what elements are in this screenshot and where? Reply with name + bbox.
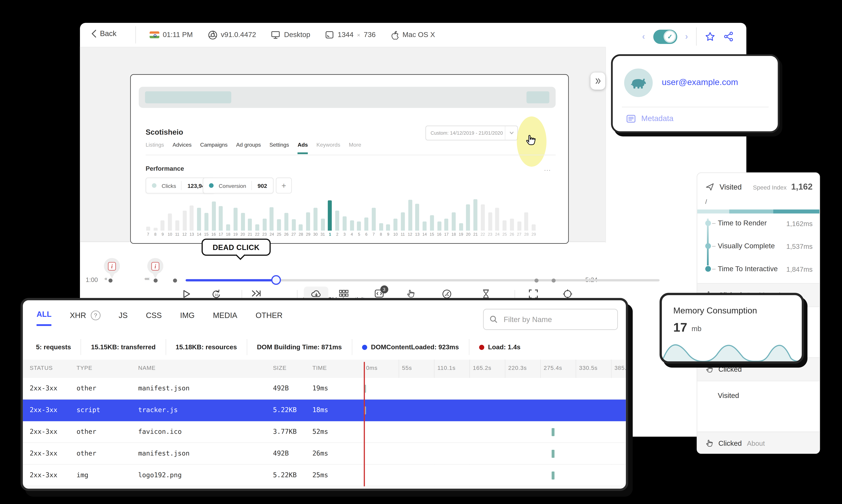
waterfall-tick: 0ms <box>366 365 378 371</box>
metadata-button[interactable]: Metadata <box>626 114 674 123</box>
chart-bar <box>430 215 434 231</box>
cell-type: script <box>76 406 100 414</box>
chart-bar <box>321 218 325 231</box>
fullscreen-icon <box>528 289 538 299</box>
autoplay-toggle[interactable]: ✓ <box>653 30 677 44</box>
help-icon[interactable]: ? <box>91 310 100 320</box>
collapse-panel-button[interactable] <box>590 73 605 90</box>
share-icon[interactable] <box>723 32 734 42</box>
progress-segment <box>773 210 820 213</box>
chart-bar <box>495 208 499 231</box>
date-range-value: Custom: 14/12/2019 - 21/01/2020 <box>426 130 503 136</box>
visited-metrics-card[interactable]: Visited Speed Index 1,162 / Time to Rend… <box>697 173 820 283</box>
chrome-icon <box>208 30 217 40</box>
column-header-status[interactable]: STATUS <box>30 365 53 371</box>
back10-icon: 10 <box>212 289 222 299</box>
load-event-line <box>364 362 364 486</box>
performance-bar-chart <box>144 199 537 231</box>
cell-type: other <box>76 449 96 457</box>
timeline-track[interactable] <box>276 279 660 281</box>
waterfall-tick: 110.1s <box>437 365 455 371</box>
chart-bar <box>488 212 492 231</box>
network-tab-other[interactable]: OTHER <box>256 311 283 325</box>
add-metric-button[interactable]: + <box>276 178 292 194</box>
table-row[interactable]: 2xx-3xxothermanifest.json492B26ms <box>23 443 626 465</box>
network-tab-media[interactable]: MEDIA <box>213 311 237 325</box>
chart-x-label: 15 <box>204 232 209 236</box>
back-button[interactable]: Back <box>91 29 117 38</box>
cell-time: 26ms <box>312 449 328 457</box>
replay-stage: Scotisheio Custom: 14/12/2019 - 21/01/20… <box>80 47 605 242</box>
device-label: Desktop <box>284 31 310 39</box>
event-clicked[interactable]: ClickedAbout <box>697 432 820 454</box>
desktop-icon <box>271 30 281 39</box>
column-header-size[interactable]: SIZE <box>273 365 287 371</box>
timeline-event-dot[interactable] <box>108 278 112 282</box>
timeline-event-dot[interactable] <box>535 278 539 282</box>
timeline-progress[interactable] <box>185 279 276 281</box>
chart-x-label: 17 <box>219 232 223 236</box>
column-header-type[interactable]: TYPE <box>76 365 92 371</box>
more-menu-icon[interactable]: ... <box>544 165 551 172</box>
filter-field[interactable] <box>483 309 618 330</box>
playhead-handle[interactable] <box>271 275 281 285</box>
table-row[interactable]: 2xx-3xximglogo192.png5.22KB25ms <box>23 465 626 486</box>
chart-bar <box>306 212 310 231</box>
filter-input[interactable] <box>502 314 612 324</box>
chart-bar <box>379 223 383 231</box>
res-times: × <box>357 32 360 38</box>
state-icon <box>339 289 349 298</box>
site-tab-campaigns[interactable]: Campaigns <box>200 142 228 154</box>
chart-x-label: 13 <box>190 232 194 236</box>
network-tab-all[interactable]: ALL <box>37 310 52 326</box>
site-tab-advices[interactable]: Advices <box>173 142 192 154</box>
timeline-event-dot[interactable] <box>154 278 158 282</box>
user-email[interactable]: user@example.com <box>662 77 738 87</box>
table-row[interactable]: 2xx-3xxscripttracker.js5.22KB18ms <box>23 400 626 421</box>
metric-label: Time to Render <box>718 219 767 227</box>
network-stat: Load: 1.4s <box>469 339 530 355</box>
site-tab-ads[interactable]: Ads <box>298 142 308 154</box>
table-row[interactable]: 2xx-3xxothermanifest.json492B19ms <box>23 378 626 400</box>
long-tasks-icon <box>482 289 491 299</box>
timeline-event-dot[interactable] <box>552 278 556 282</box>
chart-bar <box>154 228 158 231</box>
site-tab-keywords[interactable]: Keywords <box>317 142 340 154</box>
waterfall-tick: 165.2s <box>473 365 491 371</box>
cell-size: 5.22KB <box>273 471 297 479</box>
site-tab-listings[interactable]: Listings <box>146 142 164 154</box>
cell-status: 2xx-3xx <box>30 384 57 392</box>
issue-marker-balloon[interactable]: i <box>104 258 120 274</box>
event-visited[interactable]: Visited <box>697 381 820 431</box>
chart-bar <box>299 224 303 231</box>
cell-status: 2xx-3xx <box>30 406 57 414</box>
cursor-hand-icon <box>525 133 536 149</box>
next-session-button[interactable]: › <box>685 32 688 42</box>
table-row[interactable]: 2xx-3xxotherfavicon.ico3.77KB52ms <box>23 421 626 443</box>
metric-dash <box>712 269 716 269</box>
network-tab-img[interactable]: IMG <box>180 311 195 325</box>
network-tab-js[interactable]: JS <box>119 311 128 325</box>
chart-x-label: 23 <box>262 232 267 236</box>
site-tab-more[interactable]: More <box>349 142 361 154</box>
network-tab-css[interactable]: CSS <box>146 311 162 325</box>
issue-marker-balloon[interactable]: i <box>147 258 163 274</box>
prev-session-button[interactable]: ‹ <box>642 32 645 42</box>
column-header-name[interactable]: NAME <box>138 365 156 371</box>
column-header-time[interactable]: TIME <box>312 365 327 371</box>
network-tab-xhr[interactable]: XHR? <box>70 310 100 326</box>
date-range-picker[interactable]: Custom: 14/12/2019 - 21/01/2020 <box>425 126 518 140</box>
site-tab-settings[interactable]: Settings <box>269 142 289 154</box>
event-label: Clicked <box>718 439 742 447</box>
chart-bar <box>255 224 259 231</box>
chart-x-label: 14 <box>197 232 201 236</box>
site-tab-ad-groups[interactable]: Ad groups <box>236 142 261 154</box>
metadata-label: Metadata <box>641 114 674 123</box>
chart-x-label: 10 <box>393 232 398 236</box>
visited-path: / <box>705 198 707 205</box>
metric-chip-conversion[interactable]: Conversion 902 <box>203 178 273 194</box>
timeline-event-dot[interactable] <box>173 278 177 282</box>
dead-click-tooltip: DEAD CLICK <box>201 238 271 256</box>
stat-text: 5: requests <box>36 344 71 350</box>
favorite-star-icon[interactable] <box>704 31 715 42</box>
